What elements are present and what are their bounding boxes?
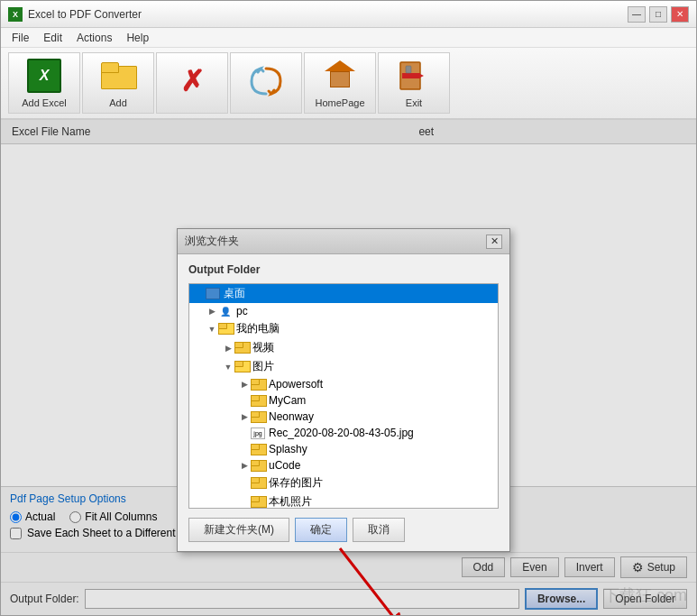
toggle-neonway: ▶	[238, 410, 251, 423]
homepage-button[interactable]: HomePage	[304, 52, 376, 114]
folder-tree[interactable]: 桌面 ▶ 👤 pc ▼ 我的电脑	[188, 283, 499, 509]
rec-icon: jpg	[251, 428, 265, 439]
tree-item-splashy[interactable]: Splashy	[189, 441, 498, 457]
tree-item-mycam[interactable]: MyCam	[189, 392, 498, 409]
title-bar: X Excel to PDF Converter — □ ✕	[1, 1, 696, 28]
tree-item-apowersoft[interactable]: ▶ Apowersoft	[189, 376, 498, 392]
menu-file[interactable]: File	[5, 30, 36, 46]
ok-button[interactable]: 确定	[295, 518, 347, 542]
tree-item-ucode[interactable]: ▶ uCode	[189, 457, 498, 473]
local-label: 本机照片	[269, 494, 312, 509]
neonway-label: Neonway	[269, 410, 314, 423]
tree-item-saved[interactable]: 保存的图片	[189, 473, 498, 492]
tree-item-neonway[interactable]: ▶ Neonway	[189, 409, 498, 425]
splashy-icon	[251, 444, 265, 455]
tree-item-rec[interactable]: jpg Rec_2020-08-20-08-43-05.jpg	[189, 425, 498, 441]
pictures-label: 图片	[252, 359, 274, 374]
modal-body: Output Folder 桌面 ▶ 👤 pc	[178, 254, 509, 551]
apowersoft-label: Apowersoft	[269, 378, 323, 391]
toggle-videos: ▶	[222, 342, 234, 354]
close-window-button[interactable]: ✕	[671, 6, 689, 23]
toggle-saved	[238, 477, 251, 490]
tree-item-videos[interactable]: ▶ 视频	[189, 338, 498, 357]
toggle-rec	[238, 427, 251, 439]
delete-icon: ✗	[174, 63, 210, 99]
tree-item-local[interactable]: 本机照片	[189, 492, 498, 509]
new-folder-button[interactable]: 新建文件夹(M)	[188, 518, 289, 542]
svg-rect-1	[402, 73, 420, 78]
pictures-icon	[234, 361, 249, 372]
main-window: X Excel to PDF Converter — □ ✕ File Edit…	[0, 0, 697, 616]
modal-subtitle: Output Folder	[188, 263, 499, 276]
local-icon	[251, 496, 265, 508]
mycam-label: MyCam	[269, 394, 306, 407]
menu-edit[interactable]: Edit	[36, 30, 69, 46]
add-excel-icon: X	[26, 58, 62, 94]
rec-label: Rec_2020-08-20-08-43-05.jpg	[269, 427, 414, 439]
app-icon: X	[8, 7, 23, 22]
svg-rect-3	[406, 66, 411, 73]
modal-title-bar: 浏览文件夹 ✕	[178, 229, 509, 254]
add-folder-icon	[100, 58, 136, 94]
pc-label: pc	[236, 305, 248, 317]
homepage-icon	[322, 58, 358, 94]
mycomputer-icon	[218, 323, 233, 335]
homepage-label: HomePage	[315, 97, 364, 108]
toggle-pictures: ▼	[222, 361, 234, 373]
svg-marker-2	[418, 73, 424, 78]
mycam-icon	[251, 395, 265, 407]
browse-folder-dialog: 浏览文件夹 ✕ Output Folder 桌面	[177, 228, 510, 552]
minimize-button[interactable]: —	[628, 6, 646, 23]
delete-button[interactable]: ✗	[156, 52, 228, 114]
saved-icon	[251, 477, 265, 489]
toggle-splashy	[238, 443, 251, 455]
exit-label: Exit	[406, 97, 422, 108]
ucode-label: uCode	[269, 459, 300, 472]
cancel-button[interactable]: 取消	[353, 518, 405, 542]
desktop-icon	[206, 288, 220, 299]
menu-help[interactable]: Help	[119, 30, 156, 46]
pc-icon: 👤	[218, 306, 233, 317]
window-title: Excel to PDF Converter	[28, 8, 628, 21]
videos-label: 视频	[252, 340, 274, 355]
toggle-local	[238, 496, 251, 509]
add-excel-label: Add Excel	[22, 97, 67, 108]
maximize-button[interactable]: □	[649, 6, 667, 23]
add-excel-button[interactable]: X Add Excel	[8, 52, 80, 114]
desktop-label: 桌面	[224, 286, 245, 301]
exit-button[interactable]: Exit	[378, 52, 450, 114]
exit-icon	[396, 58, 432, 94]
mycomputer-label: 我的电脑	[236, 321, 280, 336]
add-folder-button[interactable]: Add	[82, 52, 154, 114]
toggle-mycam	[238, 394, 251, 407]
menu-bar: File Edit Actions Help	[1, 28, 696, 48]
toggle-mycomputer: ▼	[206, 323, 218, 336]
add-folder-label: Add	[109, 97, 127, 108]
modal-buttons: 新建文件夹(M) 确定 取消	[188, 518, 499, 542]
tree-item-mycomputer[interactable]: ▼ 我的电脑	[189, 319, 498, 338]
convert-button[interactable]	[230, 52, 302, 114]
neonway-icon	[251, 411, 265, 423]
tree-item-desktop[interactable]: 桌面	[189, 284, 498, 303]
modal-close-button[interactable]: ✕	[486, 234, 502, 249]
toggle-apowersoft: ▶	[238, 378, 251, 391]
content-area: Excel File Name eet Pdf Page Setup Optio…	[1, 120, 696, 615]
modal-overlay: 浏览文件夹 ✕ Output Folder 桌面	[1, 120, 696, 615]
modal-title: 浏览文件夹	[185, 234, 486, 249]
menu-actions[interactable]: Actions	[69, 30, 119, 46]
title-bar-controls: — □ ✕	[628, 6, 689, 23]
ucode-icon	[251, 460, 265, 472]
tree-item-pictures[interactable]: ▼ 图片	[189, 357, 498, 376]
saved-label: 保存的图片	[269, 475, 323, 491]
toggle-desktop	[193, 288, 206, 300]
convert-icon	[248, 63, 284, 99]
toggle-ucode: ▶	[238, 459, 251, 472]
tree-item-pc[interactable]: ▶ 👤 pc	[189, 303, 498, 319]
splashy-label: Splashy	[269, 443, 307, 455]
apowersoft-icon	[251, 379, 265, 391]
toggle-pc: ▶	[206, 305, 218, 317]
videos-icon	[234, 342, 249, 354]
toolbar: X Add Excel Add ✗	[1, 48, 696, 120]
